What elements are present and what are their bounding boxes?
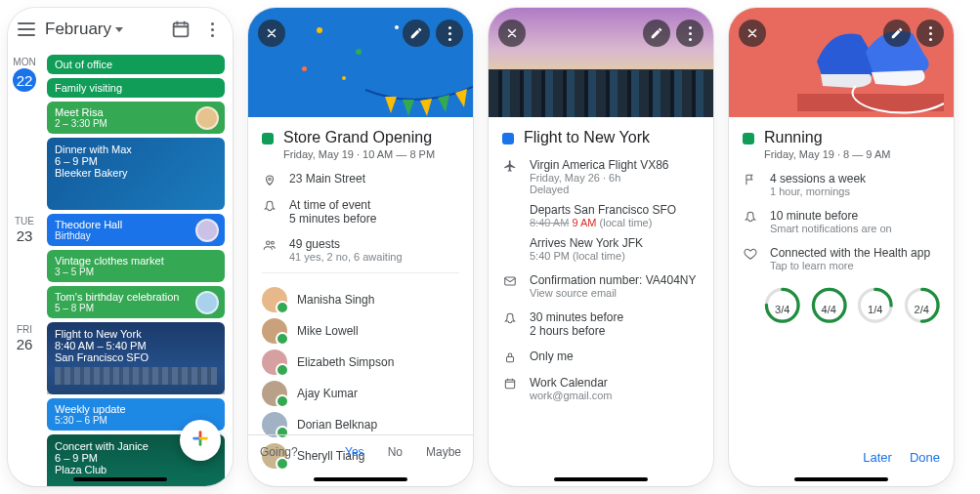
- dep-new-time: 9 AM: [572, 217, 596, 228]
- rsvp-no[interactable]: No: [376, 435, 414, 469]
- flight-body: Flight to New York Virgin America Flight…: [489, 117, 713, 486]
- create-fab[interactable]: [180, 420, 221, 461]
- svg-marker-3: [420, 99, 432, 116]
- flight-detail-screen: Flight to New York Virgin America Flight…: [489, 8, 713, 486]
- overflow-button[interactable]: [676, 20, 703, 47]
- arrives-label: Arrives New York JFK: [530, 236, 676, 250]
- goal-reminder: 10 minute before: [770, 209, 892, 223]
- calendar-color-dot: [262, 133, 274, 144]
- guest-name: Mike Lowell: [297, 324, 359, 338]
- goal-title: Running: [764, 129, 890, 146]
- goal-frequency-sub: 1 hour, mornings: [770, 185, 866, 197]
- people-icon: [262, 238, 277, 252]
- guest-row[interactable]: Ajay Kumar: [262, 381, 459, 406]
- close-button[interactable]: [498, 20, 526, 47]
- app-bar: February: [8, 8, 233, 51]
- rsvp-yes[interactable]: Yes: [333, 435, 376, 469]
- event-chip[interactable]: Tom's birthday celebration5 – 8 PM: [47, 286, 225, 318]
- reminder-1: At time of event: [289, 198, 376, 212]
- location-row[interactable]: 23 Main Street: [262, 172, 459, 186]
- progress-ring: 2/4: [904, 287, 941, 332]
- close-button[interactable]: [739, 20, 766, 47]
- guest-breakdown: 41 yes, 2 no, 6 awaiting: [289, 251, 403, 263]
- flight-header-image: [489, 8, 713, 117]
- flight-rem-2: 2 hours before: [530, 324, 623, 338]
- reminder-row[interactable]: At time of event 5 minutes before: [262, 198, 459, 226]
- source-email-link[interactable]: View source email: [530, 287, 697, 299]
- event-chip[interactable]: Family visiting: [47, 78, 225, 98]
- flight-rem-1: 30 minutes before: [530, 310, 623, 324]
- home-indicator: [73, 477, 167, 481]
- goal-reminder-sub: Smart notifications are on: [770, 223, 892, 234]
- svg-rect-11: [505, 380, 514, 389]
- event-chip[interactable]: Dinner with Max6 – 9 PMBleeker Bakery: [47, 138, 225, 210]
- goal-frequency-row[interactable]: 4 sessions a week1 hour, mornings: [743, 172, 940, 197]
- rsvp-maybe[interactable]: Maybe: [414, 435, 473, 469]
- close-button[interactable]: [258, 20, 285, 47]
- event-chip[interactable]: Out of office: [47, 55, 225, 74]
- flight-number: Virgin America Flight VX86: [530, 158, 676, 172]
- guest-name: Dorian Belknap: [297, 418, 377, 432]
- svg-marker-2: [403, 100, 414, 116]
- avatar: [262, 287, 287, 312]
- month-picker[interactable]: February: [45, 20, 123, 39]
- today-icon[interactable]: [170, 19, 192, 40]
- event-chip[interactable]: Flight to New York8:40 AM – 5:40 PMSan F…: [47, 322, 225, 394]
- edit-button[interactable]: [883, 20, 911, 47]
- overflow-icon[interactable]: [201, 19, 223, 40]
- menu-icon[interactable]: [18, 22, 35, 36]
- progress-ring: 3/4: [764, 287, 801, 332]
- lock-icon: [502, 350, 518, 364]
- guest-count: 49 guests: [289, 237, 403, 251]
- plane-icon: [502, 159, 518, 173]
- flight-title: Flight to New York: [524, 129, 650, 146]
- progress-rings: 3/44/41/42/4: [764, 287, 940, 332]
- calendar-schedule-screen: February MON22Out of officeFamily visiti…: [8, 8, 233, 486]
- event-title: Store Grand Opening: [283, 129, 435, 146]
- goal-frequency: 4 sessions a week: [770, 172, 866, 185]
- progress-ring: 1/4: [857, 287, 894, 332]
- guests-summary[interactable]: 49 guests 41 yes, 2 no, 6 awaiting: [262, 237, 459, 263]
- avatar: [262, 381, 287, 406]
- day-group: TUE23Theodore HallBirthdayVintage clothe…: [8, 214, 225, 318]
- event-header-image: [248, 8, 473, 117]
- overflow-button[interactable]: [436, 20, 463, 47]
- day-group: FRI26Flight to New York8:40 AM – 5:40 PM…: [8, 322, 225, 486]
- bell-icon: [502, 311, 518, 325]
- calendar-icon: [502, 377, 518, 391]
- later-button[interactable]: Later: [863, 450, 892, 465]
- avatar: [262, 350, 287, 375]
- goal-reminder-row[interactable]: 10 minute beforeSmart notifications are …: [743, 209, 940, 234]
- avatar: [262, 318, 287, 344]
- guest-row[interactable]: Elizabeth Simpson: [262, 350, 459, 375]
- svg-rect-0: [174, 23, 189, 37]
- dep-old-time: 8:40 AM: [530, 217, 569, 228]
- location-text: 23 Main Street: [289, 172, 365, 185]
- guest-row[interactable]: Mike Lowell: [262, 318, 459, 344]
- svg-marker-1: [385, 97, 397, 113]
- health-app-sub[interactable]: Tap to learn more: [770, 260, 930, 271]
- day-header: FRI26: [8, 322, 41, 486]
- reminder-row[interactable]: 30 minutes before2 hours before: [502, 310, 700, 338]
- svg-rect-10: [507, 356, 514, 361]
- dep-tz: (local time): [600, 217, 653, 228]
- event-chip[interactable]: Vintage clothes market3 – 5 PM: [47, 250, 225, 282]
- event-body: Store Grand Opening Friday, May 19 · 10 …: [248, 117, 473, 486]
- svg-point-6: [269, 178, 271, 180]
- guest-row[interactable]: Manisha Singh: [262, 287, 459, 312]
- edit-button[interactable]: [643, 20, 670, 47]
- day-group: MON22Out of officeFamily visitingMeet Ri…: [8, 55, 225, 210]
- health-app-row[interactable]: Connected with the Health appTap to lear…: [743, 246, 940, 271]
- departs-label: Departs San Francisco SFO: [530, 203, 676, 217]
- day-header: MON22: [8, 55, 41, 210]
- home-indicator: [794, 477, 888, 481]
- event-chip[interactable]: Meet Risa2 – 3:30 PM: [47, 102, 225, 134]
- reminder-2: 5 minutes before: [289, 212, 376, 226]
- event-chip[interactable]: Theodore HallBirthday: [47, 214, 225, 246]
- confirmation-row[interactable]: Confirmation number: VA404NYView source …: [502, 273, 700, 299]
- calendar-row[interactable]: Work Calendarwork@gmail.com: [502, 376, 700, 401]
- done-button[interactable]: Done: [910, 450, 940, 465]
- visibility-row[interactable]: Only me: [502, 350, 700, 364]
- edit-button[interactable]: [403, 20, 430, 47]
- overflow-button[interactable]: [916, 20, 944, 47]
